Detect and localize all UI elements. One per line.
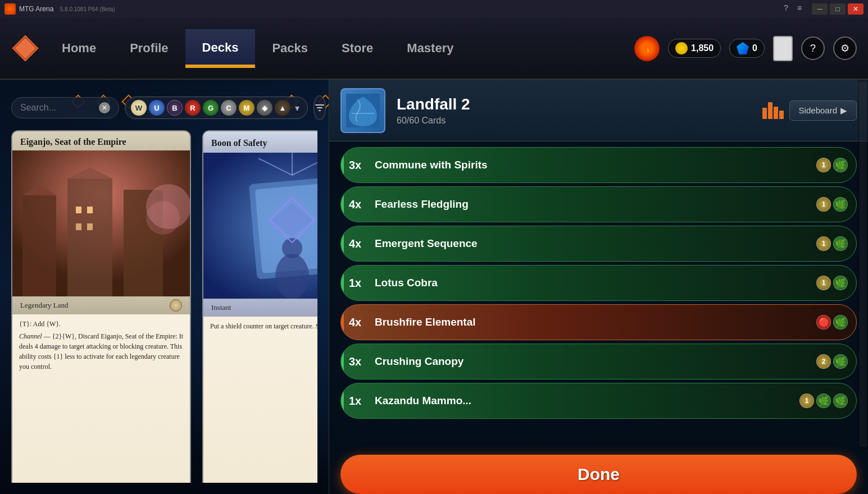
nav-home[interactable]: Home	[45, 30, 113, 67]
mana-green-filter[interactable]: G	[203, 100, 219, 116]
chart-bar-1	[762, 108, 767, 119]
mana-land-filter[interactable]: ▲	[275, 100, 290, 116]
mana-sym-fledgling-1: 1	[816, 197, 831, 212]
mana-sym-canopy-2: 🌿	[833, 354, 848, 369]
svg-rect-11	[22, 195, 56, 296]
entry-highlight-5	[341, 305, 344, 340]
svg-marker-1	[16, 39, 35, 58]
svg-rect-2	[315, 104, 324, 106]
svg-rect-4	[319, 110, 321, 111]
gold-currency[interactable]: 1,850	[668, 39, 721, 58]
card-name-boon: Boon of Safety	[211, 138, 267, 148]
entry-highlight-2	[341, 187, 344, 222]
card-count-emergent: 4x	[341, 237, 369, 250]
card-type-icon-eiganjo	[170, 299, 182, 312]
card-eiganjo[interactable]: Eiganjo, Seat of the Empire	[11, 130, 191, 483]
card-name-eiganjo: Eiganjo, Seat of the Empire	[20, 137, 126, 147]
mana-sym-commune-2: 🌿	[833, 158, 848, 172]
card-entry-brushfire[interactable]: 4x Brushfire Elemental 🔴 🌿	[340, 304, 857, 340]
card-entry-cobra[interactable]: 1x Lotus Cobra 1 🌿	[340, 265, 857, 301]
mana-gold-filter[interactable]: M	[239, 100, 255, 116]
card-entry-name-brushfire: Brushfire Elemental	[369, 316, 816, 328]
nav-mastery[interactable]: Mastery	[390, 30, 470, 67]
card-entry-canopy[interactable]: 3x Crushing Canopy 2 🌿	[340, 344, 857, 379]
card-entry-name-canopy: Crushing Canopy	[369, 355, 816, 368]
card-count-brushfire: 4x	[341, 316, 369, 329]
right-scrollbar[interactable]	[858, 80, 868, 449]
gold-amount: 1,850	[691, 43, 714, 53]
gem-currency[interactable]: 0	[729, 39, 765, 58]
main-nav: Home Profile Decks Packs Store Mastery	[45, 29, 634, 68]
mana-filter-dropdown[interactable]: ▾	[293, 103, 302, 113]
card-count-commune: 3x	[341, 159, 369, 172]
mana-red-filter[interactable]: R	[185, 100, 201, 116]
sort-filter-button[interactable]	[313, 95, 326, 120]
card-grid: Eiganjo, Seat of the Empire	[11, 130, 317, 483]
card-list: 3x Commune with Spirits 1 🌿 4x Fearless …	[329, 141, 868, 449]
deck-title: Landfall 2	[397, 95, 751, 113]
deck-header: Landfall 2 60/60 Cards Sideboard ▶	[329, 80, 868, 141]
settings-button[interactable]: ⚙	[833, 36, 857, 60]
help-icon[interactable]: ?	[780, 3, 792, 15]
card-mana-fledgling: 1 🌿	[816, 197, 856, 212]
minimize-btn[interactable]: ─	[812, 3, 828, 15]
chart-bar-2	[768, 102, 772, 119]
nav-packs[interactable]: Packs	[255, 30, 325, 67]
deck-actions: Sideboard ▶	[762, 100, 857, 121]
nav-decks[interactable]: Decks	[185, 29, 256, 68]
card-count-kazandu: 1x	[341, 395, 369, 408]
sideboard-button[interactable]: Sideboard ▶	[789, 100, 857, 121]
chart-bar-4	[779, 111, 784, 119]
menu-icon[interactable]: ≡	[794, 3, 805, 15]
deck-thumbnail[interactable]	[340, 88, 385, 133]
gem-icon	[737, 42, 749, 54]
mana-colorless-filter[interactable]: C	[221, 100, 237, 116]
card-boon[interactable]: Boon of Safety W	[202, 130, 317, 483]
fire-icon[interactable]	[634, 36, 660, 61]
mana-blue-filter[interactable]: U	[149, 100, 165, 116]
nav-right: 1,850 0 ? ⚙	[634, 36, 857, 61]
navbar: Home Profile Decks Packs Store Mastery 1…	[0, 18, 868, 80]
card-mana-brushfire: 🔴 🌿	[816, 315, 856, 330]
search-box[interactable]: ✕	[11, 97, 119, 118]
mana-sym-cobra-1: 1	[816, 276, 831, 290]
card-mana-kazandu: 1 🌿 🌿	[799, 394, 856, 408]
mana-black-filter[interactable]: B	[167, 100, 183, 116]
search-clear-button[interactable]: ✕	[99, 102, 110, 113]
svg-rect-15	[87, 207, 93, 213]
entry-highlight-7	[341, 383, 344, 418]
mana-white-filter[interactable]: W	[131, 100, 147, 116]
card-mana-emergent: 1 🌿	[816, 236, 856, 251]
card-text-eiganjo: {T}: Add {W}. Channel — {2}{W}, Discard …	[12, 314, 190, 483]
card-image-eiganjo	[12, 150, 190, 296]
svg-point-19	[146, 201, 180, 235]
mana-sym-kazandu-2: 🌿	[816, 394, 831, 408]
card-icon[interactable]	[773, 36, 793, 61]
maximize-btn[interactable]: □	[830, 3, 846, 15]
card-entry-fledgling[interactable]: 4x Fearless Fledgling 1 🌿	[340, 186, 857, 222]
mana-hybrid-filter[interactable]: ◈	[257, 100, 272, 116]
card-entry-kazandu[interactable]: 1x Kazandu Mammo... 1 🌿 🌿	[340, 383, 857, 419]
nav-profile[interactable]: Profile	[113, 30, 185, 67]
close-btn[interactable]: ✕	[848, 3, 864, 15]
mana-sym-emergent-1: 1	[816, 236, 831, 251]
search-input[interactable]	[20, 103, 99, 113]
card-entry-name-kazandu: Kazandu Mammo...	[369, 395, 799, 407]
app-title: MTG Arena 5.8.0.1081 P64 (Beta)	[19, 5, 780, 13]
done-button[interactable]: Done	[340, 455, 857, 494]
card-mana-canopy: 2 🌿	[816, 354, 856, 369]
card-entry-emergent[interactable]: 4x Emergent Sequence 1 🌿	[340, 226, 857, 262]
card-count-fledgling: 4x	[341, 198, 369, 211]
mana-sym-commune-1: 1	[816, 158, 831, 172]
card-count-canopy: 3x	[341, 355, 369, 368]
help-button[interactable]: ?	[801, 36, 825, 60]
card-entry-commune[interactable]: 3x Commune with Spirits 1 🌿	[340, 147, 857, 183]
gem-amount: 0	[752, 43, 757, 53]
deck-panel: Landfall 2 60/60 Cards Sideboard ▶	[329, 80, 868, 494]
sideboard-arrow: ▶	[840, 106, 847, 116]
nav-store[interactable]: Store	[325, 30, 390, 67]
card-entry-name-fledgling: Fearless Fledgling	[369, 198, 816, 211]
entry-highlight-6	[341, 344, 344, 379]
card-type-boon: Instant	[211, 303, 231, 312]
mana-sym-brushfire-2: 🌿	[833, 315, 848, 330]
